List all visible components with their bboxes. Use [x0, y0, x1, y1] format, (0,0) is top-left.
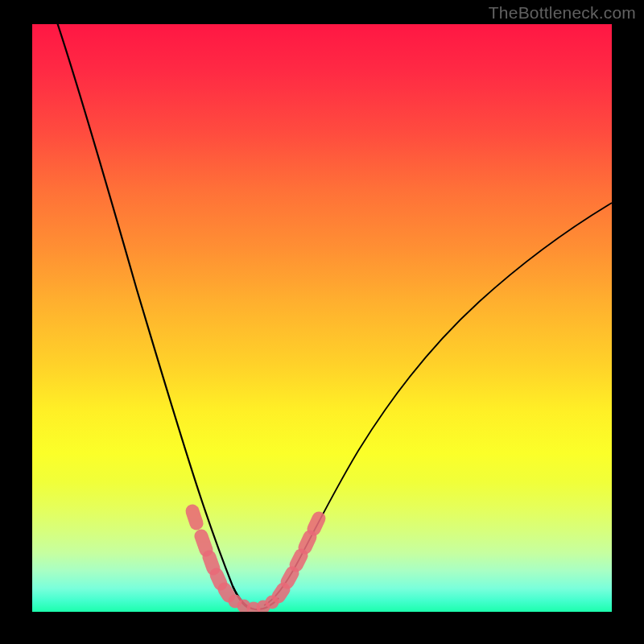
marker-point	[314, 518, 319, 529]
curve-right-branch	[264, 203, 612, 605]
chart-svg	[32, 24, 612, 612]
marker-point	[279, 589, 283, 597]
marker-point	[201, 536, 206, 550]
marker-point	[296, 555, 301, 565]
marker-point	[225, 589, 229, 596]
marker-point	[287, 573, 292, 582]
marker-point	[209, 557, 213, 568]
marker-point	[192, 511, 196, 523]
chart-frame: TheBottleneck.com	[0, 0, 644, 644]
watermark-text: TheBottleneck.com	[489, 3, 636, 23]
curve-left-branch	[56, 24, 250, 609]
marker-point	[217, 575, 221, 584]
marker-point	[305, 537, 310, 547]
